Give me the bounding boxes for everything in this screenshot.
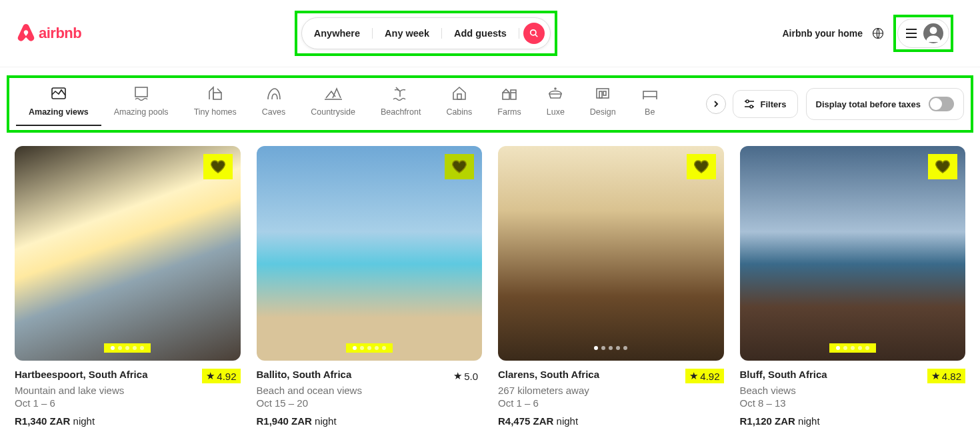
- listing-card[interactable]: Clarens, South Africa ★4.92 267 kilomete…: [498, 146, 724, 427]
- svg-rect-8: [135, 87, 147, 97]
- listing-price: R1,340 ZAR night: [15, 415, 241, 427]
- airbnb-logo-icon: [16, 23, 36, 44]
- category-item-beachfront[interactable]: Beachfront: [368, 82, 433, 126]
- filters-button[interactable]: Filters: [733, 90, 797, 118]
- svg-point-15: [555, 88, 556, 89]
- category-item-cabins[interactable]: Cabins: [433, 82, 485, 126]
- search-icon: [529, 29, 539, 38]
- chevron-right-icon: [712, 100, 720, 108]
- search-dates[interactable]: Any week: [373, 28, 442, 39]
- listings-grid: Hartbeespoort, South Africa ★4.92 Mounta…: [0, 133, 980, 438]
- listing-title: Hartbeespoort, South Africa: [15, 369, 147, 380]
- category-label: Farms: [497, 107, 521, 117]
- svg-rect-11: [457, 94, 461, 99]
- image-pagination-dots[interactable]: [104, 343, 151, 353]
- tax-toggle-label: Display total before taxes: [816, 99, 921, 109]
- listing-subtitle: Mountain and lake views: [15, 385, 241, 396]
- svg-point-6: [930, 27, 937, 34]
- listing-title: Clarens, South Africa: [498, 369, 599, 380]
- heart-icon: [210, 159, 226, 175]
- category-label: Countryside: [311, 107, 355, 117]
- brand-text: airbnb: [39, 25, 81, 42]
- listing-rating: ★5.0: [449, 369, 482, 383]
- image-pagination-dots[interactable]: [829, 343, 876, 353]
- category-item-views[interactable]: Amazing views: [16, 82, 101, 126]
- header: airbnb Anywhere Any week Add guests Airb…: [0, 0, 980, 67]
- star-icon: ★: [931, 370, 940, 382]
- listing-dates: Oct 15 – 20: [257, 397, 483, 409]
- category-next-button[interactable]: [706, 94, 726, 114]
- listing-image[interactable]: [257, 146, 483, 361]
- svg-rect-17: [599, 91, 602, 98]
- listing-image[interactable]: [740, 146, 966, 361]
- category-bar-highlight-box: Amazing views Amazing pools Tiny homes C…: [7, 75, 973, 133]
- star-icon: ★: [453, 370, 462, 382]
- category-label: Beachfront: [381, 107, 421, 117]
- svg-point-21: [746, 100, 749, 103]
- search-bar[interactable]: Anywhere Any week Add guests: [301, 17, 551, 49]
- listing-title: Bluff, South Africa: [740, 369, 827, 380]
- category-item-tiny[interactable]: Tiny homes: [181, 82, 249, 126]
- listing-title: Ballito, South Africa: [257, 369, 352, 380]
- category-item-design[interactable]: Design: [577, 82, 629, 126]
- favorite-button[interactable]: [687, 154, 716, 179]
- listing-image[interactable]: [498, 146, 724, 361]
- hamburger-icon: [906, 29, 917, 38]
- user-menu-button[interactable]: [897, 19, 949, 48]
- image-pagination-dots[interactable]: [346, 343, 393, 353]
- category-item-countryside[interactable]: Countryside: [298, 82, 368, 126]
- globe-icon[interactable]: [872, 27, 884, 39]
- category-label: Amazing pools: [114, 107, 169, 117]
- listing-price: R1,940 ZAR night: [257, 415, 483, 427]
- filters-label: Filters: [760, 99, 786, 109]
- category-label: Design: [590, 107, 616, 117]
- user-menu-highlight-box: [893, 15, 953, 52]
- header-right: Airbnb your home: [782, 15, 953, 52]
- logo[interactable]: airbnb: [16, 23, 81, 44]
- listing-price: R4,475 ZAR night: [498, 415, 724, 427]
- category-label: Tiny homes: [194, 107, 237, 117]
- cabins-icon: [451, 85, 468, 102]
- svg-rect-12: [503, 93, 509, 99]
- listing-image[interactable]: [15, 146, 241, 361]
- heart-icon: [451, 159, 467, 175]
- listing-subtitle: Beach and ocean views: [257, 385, 483, 396]
- listing-price: R1,120 ZAR night: [740, 415, 966, 427]
- caves-icon: [265, 85, 283, 102]
- category-label: Amazing views: [29, 107, 89, 117]
- image-pagination-dots[interactable]: [587, 343, 634, 353]
- tax-toggle[interactable]: Display total before taxes: [806, 88, 965, 120]
- favorite-button[interactable]: [445, 154, 474, 179]
- category-item-pools[interactable]: Amazing pools: [101, 82, 181, 126]
- search-highlight-box: Anywhere Any week Add guests: [295, 11, 557, 56]
- toggle-switch[interactable]: [929, 97, 954, 111]
- favorite-button[interactable]: [203, 154, 233, 179]
- favorite-button[interactable]: [928, 154, 957, 179]
- pools-icon: [133, 85, 150, 102]
- listing-card[interactable]: Bluff, South Africa ★4.82 Beach views Oc…: [740, 146, 966, 427]
- listing-card[interactable]: Ballito, South Africa ★5.0 Beach and oce…: [257, 146, 483, 427]
- listing-rating: ★4.82: [927, 369, 965, 383]
- category-item-farms[interactable]: Farms: [485, 82, 533, 126]
- person-icon: [925, 25, 942, 42]
- search-button[interactable]: [523, 23, 545, 44]
- category-bar: Amazing views Amazing pools Tiny homes C…: [16, 82, 964, 126]
- listing-card[interactable]: Hartbeespoort, South Africa ★4.92 Mounta…: [15, 146, 241, 427]
- search-location[interactable]: Anywhere: [302, 28, 373, 39]
- category-item-bed[interactable]: Be: [629, 82, 671, 126]
- svg-rect-16: [597, 89, 609, 98]
- star-icon: ★: [206, 370, 215, 382]
- search-guests[interactable]: Add guests: [442, 28, 519, 39]
- category-label: Caves: [262, 107, 285, 117]
- category-list[interactable]: Amazing views Amazing pools Tiny homes C…: [16, 82, 699, 126]
- beachfront-icon: [392, 85, 409, 102]
- svg-rect-18: [603, 91, 606, 95]
- svg-point-23: [750, 105, 753, 108]
- host-your-home-link[interactable]: Airbnb your home: [782, 28, 863, 39]
- category-label: Luxe: [547, 107, 565, 117]
- design-icon: [594, 85, 611, 102]
- category-item-caves[interactable]: Caves: [249, 82, 298, 126]
- category-label: Cabins: [446, 107, 472, 117]
- category-item-luxe[interactable]: Luxe: [534, 82, 577, 126]
- listing-subtitle: 267 kilometers away: [498, 385, 724, 396]
